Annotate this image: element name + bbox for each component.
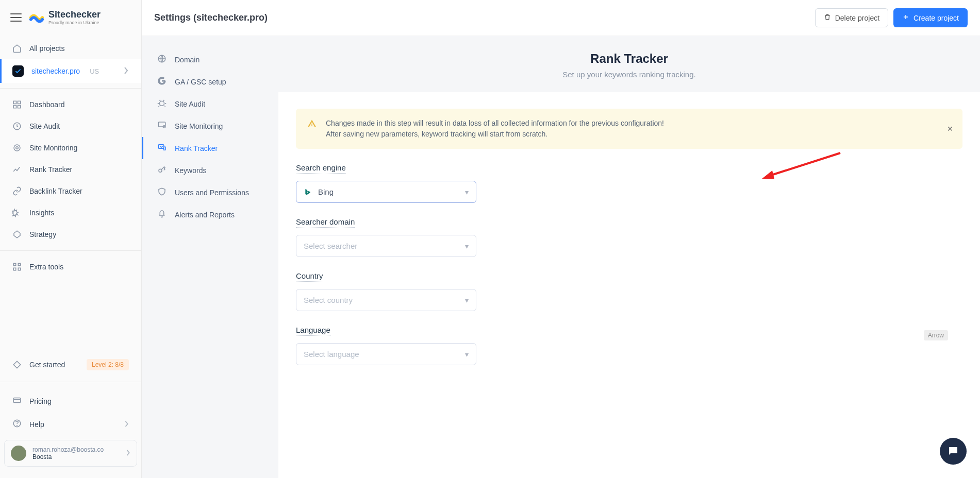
user-card[interactable]: roman.rohoza@boosta.co Boosta	[4, 440, 137, 467]
sidebar-item-help[interactable]: Help	[0, 413, 141, 436]
alert-line-2: After saving new parameters, keyword tra…	[326, 129, 664, 140]
settings-nav-label: Alerts and Reports	[175, 211, 235, 219]
plus-icon	[902, 13, 909, 22]
select-placeholder: Select language	[304, 350, 359, 358]
avatar	[11, 446, 26, 461]
sidebar-item-label: Backlink Tracker	[29, 187, 82, 195]
sidebar-item-all-projects[interactable]: All projects	[0, 38, 141, 59]
sidebar-item-insights[interactable]: Insights	[0, 202, 141, 224]
google-icon	[157, 76, 167, 87]
arrow-tag: Arrow	[924, 330, 948, 340]
country-select[interactable]: Select country ▾	[296, 289, 476, 311]
logo-icon	[29, 10, 44, 25]
chevron-down-icon: ▾	[465, 296, 469, 304]
user-org: Boosta	[32, 453, 104, 460]
svg-marker-7	[14, 231, 20, 238]
settings-nav-ga-gsc[interactable]: GA / GSC setup	[142, 71, 278, 93]
topbar: Settings (sitechecker.pro) Delete projec…	[142, 0, 980, 36]
settings-nav: Domain GA / GSC setup Site Audit Site Mo…	[142, 36, 278, 478]
tools-icon	[12, 262, 22, 271]
project-tag: US	[90, 67, 99, 75]
sidebar-item-label: Help	[29, 420, 44, 429]
svg-rect-18	[158, 122, 165, 127]
sidebar: Sitechecker Proudly made in Ukraine All …	[0, 0, 142, 478]
bug-icon	[157, 98, 167, 109]
language-select[interactable]: Select language ▾	[296, 343, 476, 365]
sidebar-item-pricing[interactable]: Pricing	[0, 389, 141, 413]
chat-widget-button[interactable]	[940, 438, 967, 465]
searcher-domain-select[interactable]: Select searcher ▾	[296, 235, 476, 257]
monitor-icon	[157, 121, 167, 131]
sidebar-item-label: Dashboard	[29, 100, 65, 109]
warning-icon	[307, 119, 317, 130]
sidebar-item-label: Insights	[29, 209, 54, 217]
sidebar-item-get-started[interactable]: Get started Level 2: 8/8	[0, 353, 141, 377]
svg-rect-8	[13, 263, 16, 266]
close-icon[interactable]: ✕	[947, 125, 953, 133]
svg-point-17	[160, 101, 164, 106]
sidebar-item-site-monitoring[interactable]: Site Monitoring	[0, 137, 141, 159]
warning-alert: Changes made in this step will result in…	[296, 109, 962, 149]
settings-nav-keywords[interactable]: Keywords	[142, 159, 278, 181]
settings-nav-rank-tracker[interactable]: Rank Tracker	[142, 137, 278, 159]
strategy-icon	[12, 230, 22, 239]
settings-nav-label: Site Audit	[175, 100, 205, 108]
chevron-down-icon: ▾	[465, 242, 469, 250]
search-engine-label: Search engine	[296, 163, 346, 174]
delete-project-button[interactable]: Delete project	[815, 8, 888, 27]
sidebar-item-label: Site Monitoring	[29, 144, 77, 152]
button-label: Create project	[913, 14, 959, 22]
trash-icon	[824, 13, 831, 22]
settings-nav-site-audit[interactable]: Site Audit	[142, 93, 278, 115]
bing-icon	[304, 188, 312, 196]
brand-tagline: Proudly made in Ukraine	[48, 20, 101, 25]
svg-rect-1	[18, 101, 21, 104]
sidebar-item-label: Get started	[29, 361, 65, 369]
settings-nav-label: Domain	[175, 56, 200, 64]
shield-icon	[157, 187, 167, 198]
svg-rect-0	[13, 101, 16, 104]
svg-rect-10	[13, 268, 16, 270]
dashboard-icon	[12, 100, 22, 109]
chevron-right-icon	[126, 449, 130, 457]
settings-nav-site-monitoring[interactable]: Site Monitoring	[142, 115, 278, 137]
select-placeholder: Select country	[304, 296, 353, 304]
pricing-icon	[12, 396, 22, 406]
level-badge: Level 2: 8/8	[87, 359, 129, 370]
sidebar-item-rank-tracker[interactable]: Rank Tracker	[0, 159, 141, 180]
bell-icon	[157, 209, 167, 220]
chevron-down-icon: ▾	[465, 350, 469, 358]
sidebar-item-backlink-tracker[interactable]: Backlink Tracker	[0, 180, 141, 202]
brand-logo[interactable]: Sitechecker Proudly made in Ukraine	[29, 9, 101, 25]
country-label: Country	[296, 271, 323, 282]
settings-nav-domain[interactable]: Domain	[142, 48, 278, 71]
select-placeholder: Select searcher	[304, 242, 357, 250]
language-label: Language	[296, 326, 330, 336]
project-name: sitechecker.pro	[31, 67, 80, 75]
sidebar-item-label: Pricing	[29, 397, 52, 405]
sidebar-item-extra-tools[interactable]: Extra tools	[0, 256, 141, 278]
settings-nav-label: GA / GSC setup	[175, 78, 226, 86]
sidebar-item-site-audit[interactable]: Site Audit	[0, 115, 141, 137]
select-value: Bing	[318, 187, 334, 196]
sidebar-item-dashboard[interactable]: Dashboard	[0, 94, 141, 115]
button-label: Delete project	[835, 14, 879, 22]
insights-icon	[12, 208, 22, 217]
settings-nav-alerts[interactable]: Alerts and Reports	[142, 203, 278, 226]
sidebar-item-project[interactable]: sitechecker.pro US	[0, 59, 141, 83]
create-project-button[interactable]: Create project	[893, 8, 968, 27]
svg-rect-11	[18, 268, 21, 270]
audit-icon	[12, 122, 22, 131]
search-engine-select[interactable]: Bing ▾	[296, 181, 476, 203]
sidebar-item-strategy[interactable]: Strategy	[0, 224, 141, 245]
panel-subtitle: Set up your keywords ranking tracking.	[289, 70, 970, 79]
monitoring-icon	[12, 143, 22, 152]
svg-rect-9	[18, 263, 21, 266]
svg-rect-3	[18, 106, 21, 108]
sidebar-item-label: All projects	[29, 44, 64, 53]
panel-title: Rank Tracker	[289, 52, 970, 66]
brand-name: Sitechecker	[48, 9, 101, 20]
settings-nav-users[interactable]: Users and Permissions	[142, 181, 278, 203]
menu-toggle-icon[interactable]	[10, 13, 22, 22]
project-icon	[12, 65, 24, 77]
